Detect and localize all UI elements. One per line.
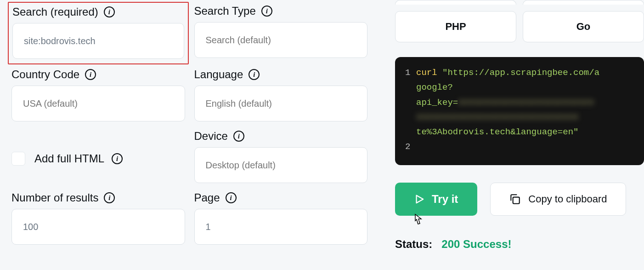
search-field-highlight: Search (required) i [8,2,189,64]
svg-rect-1 [513,197,520,204]
status-text: Status: 200 Success! [395,238,644,251]
search-label: Search (required) i [12,6,184,18]
device-input[interactable] [194,147,368,183]
language-label: Language i [194,68,368,81]
try-it-button[interactable]: Try it [395,183,477,216]
copy-icon [509,193,521,205]
svg-marker-0 [417,195,424,203]
country-code-label: Country Code i [11,68,185,81]
info-icon[interactable]: i [85,69,96,80]
info-icon[interactable]: i [104,6,115,17]
info-icon[interactable]: i [104,192,115,203]
info-icon[interactable]: i [249,69,260,80]
num-results-input[interactable] [11,209,185,245]
tab-go[interactable]: Go [523,11,644,42]
play-icon [414,194,424,205]
status-badge: 200 Success! [441,238,511,250]
search-input[interactable] [12,23,184,59]
tab-php[interactable]: PHP [395,11,516,42]
line-number: 2 [405,139,416,154]
info-icon[interactable]: i [233,131,244,142]
page-input[interactable] [194,209,368,245]
copy-to-clipboard-button[interactable]: Copy to clipboard [490,183,626,216]
info-icon[interactable]: i [112,153,123,164]
code-snippet[interactable]: 1 curl "https://app.scrapingbee.com/a go… [395,57,644,165]
country-code-input[interactable] [11,86,185,121]
lang-tabs-row-top [395,0,644,5]
device-label: Device i [194,130,368,143]
add-full-html-checkbox[interactable] [11,152,25,166]
search-type-label: Search Type i [194,5,368,17]
api-key-blurred: XXXXXXXXXXXXXXXXXXXXXXXXXXXXXXX [416,110,578,125]
add-full-html-label: Add full HTML i [34,152,123,165]
page-label: Page i [194,191,368,204]
language-input[interactable] [194,86,368,121]
num-results-label: Number of results i [11,191,185,204]
line-number: 1 [405,65,416,80]
api-key-blurred: XXXXXXXXXXXXXXXXXXXXXXXXXX [458,95,594,110]
info-icon[interactable]: i [226,192,237,203]
search-type-input[interactable] [194,22,368,58]
info-icon[interactable]: i [261,6,272,17]
